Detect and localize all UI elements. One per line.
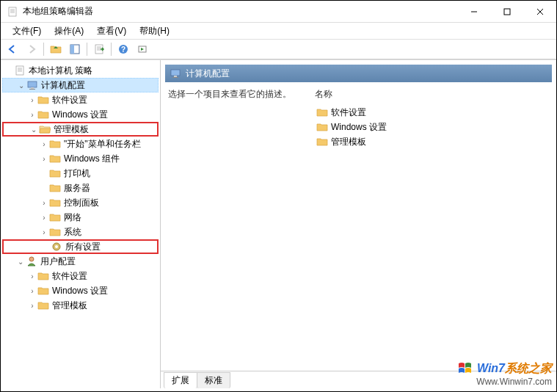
- computer-icon: [170, 68, 181, 79]
- forward-button[interactable]: [23, 41, 40, 57]
- expand-icon[interactable]: ›: [39, 140, 49, 148]
- expand-icon[interactable]: ›: [27, 96, 37, 104]
- tree-label: 管理模板: [54, 123, 89, 136]
- expand-icon[interactable]: ›: [39, 214, 49, 222]
- tree-label: 服务器: [64, 182, 90, 195]
- document-icon: [14, 65, 26, 76]
- folder-icon: [316, 106, 328, 118]
- toolbar-separator: [111, 43, 112, 56]
- help-button[interactable]: ?: [114, 41, 132, 57]
- list-item-software[interactable]: 软件设置: [315, 105, 549, 120]
- minimize-button[interactable]: [457, 1, 490, 22]
- folder-icon: [49, 226, 61, 238]
- tree-user-templates[interactable]: › 管理模板: [2, 298, 159, 313]
- tree-control-panel[interactable]: › 控制面板: [2, 195, 159, 210]
- tree-label: Windows 设置: [52, 285, 108, 297]
- tree-label: 本地计算机 策略: [29, 65, 92, 77]
- tree-pane[interactable]: 本地计算机 策略 ⌄ 计算机配置 › 软件设置 › Windows 设置 ⌄ 管…: [1, 60, 161, 388]
- folder-icon: [37, 285, 49, 297]
- list-item-label: Windows 设置: [331, 121, 387, 134]
- menu-view[interactable]: 查看(V): [91, 23, 132, 39]
- tree-label: 软件设置: [52, 94, 87, 106]
- details-title: 计算机配置: [186, 68, 230, 80]
- tree-user-windows[interactable]: › Windows 设置: [2, 283, 159, 298]
- menu-action[interactable]: 操作(A): [48, 23, 90, 39]
- tree-label: 软件设置: [52, 270, 87, 283]
- expand-icon[interactable]: ›: [27, 272, 37, 280]
- tree-computer-config[interactable]: ⌄ 计算机配置: [2, 78, 159, 92]
- details-body: 选择一个项目来查看它的描述。 名称 软件设置 Windows 设置 管理模板: [161, 84, 556, 371]
- tree-label: 用户配置: [40, 255, 76, 268]
- tree-printers[interactable]: 打印机: [2, 166, 159, 181]
- tab-extended[interactable]: 扩展: [164, 372, 197, 388]
- tree-label: 网络: [64, 211, 81, 224]
- tree-all-settings[interactable]: 所有设置: [2, 239, 159, 254]
- tree-server[interactable]: 服务器: [2, 181, 159, 195]
- list-item-label: 软件设置: [331, 106, 366, 119]
- expand-icon[interactable]: ›: [39, 155, 49, 163]
- folder-icon: [49, 211, 61, 223]
- folder-icon: [49, 197, 61, 208]
- tree-label: 管理模板: [52, 300, 87, 312]
- menu-file[interactable]: 文件(F): [7, 23, 47, 39]
- tree-windows-components[interactable]: › Windows 组件: [2, 151, 159, 166]
- list-item-label: 管理模板: [331, 136, 366, 148]
- expand-icon[interactable]: ›: [27, 111, 37, 119]
- tree-user-software[interactable]: › 软件设置: [2, 269, 159, 283]
- collapse-icon[interactable]: ⌄: [16, 81, 26, 90]
- folder-open-icon: [39, 123, 51, 135]
- collapse-icon[interactable]: ⌄: [15, 258, 26, 266]
- column-header-name[interactable]: 名称: [315, 88, 549, 102]
- folder-icon: [49, 167, 61, 179]
- svg-rect-11: [504, 9, 510, 15]
- app-icon: [7, 6, 18, 18]
- folder-icon: [316, 121, 328, 133]
- expand-icon[interactable]: ›: [39, 199, 49, 207]
- menu-help[interactable]: 帮助(H): [134, 23, 175, 39]
- tree-system[interactable]: › 系统: [2, 225, 159, 239]
- collapse-icon[interactable]: ⌄: [29, 126, 39, 134]
- tree-software-settings[interactable]: › 软件设置: [2, 92, 159, 107]
- list-item-windows[interactable]: Windows 设置: [315, 120, 549, 134]
- expand-icon[interactable]: ›: [27, 287, 37, 295]
- close-button[interactable]: [523, 1, 556, 22]
- window-title: 本地组策略编辑器: [23, 5, 457, 18]
- svg-rect-15: [70, 45, 74, 54]
- back-button[interactable]: [4, 41, 21, 57]
- toolbar: ?: [1, 39, 556, 59]
- export-button[interactable]: [90, 41, 108, 57]
- tree-label: "开始"菜单和任务栏: [64, 138, 141, 150]
- expand-icon[interactable]: ›: [27, 302, 37, 310]
- up-button[interactable]: [47, 41, 65, 57]
- tree-network[interactable]: › 网络: [2, 210, 159, 225]
- svg-text:?: ?: [121, 46, 125, 54]
- gear-icon: [51, 241, 62, 253]
- user-icon: [26, 255, 37, 267]
- folder-icon: [49, 153, 61, 164]
- computer-icon: [26, 79, 38, 91]
- tree-admin-templates[interactable]: ⌄ 管理模板: [2, 122, 159, 137]
- folder-icon: [37, 109, 49, 120]
- show-tree-button[interactable]: [66, 41, 84, 57]
- tree-start-menu-taskbar[interactable]: › "开始"菜单和任务栏: [2, 137, 159, 151]
- toolbar-separator: [43, 43, 44, 56]
- tree-label: 打印机: [64, 167, 90, 180]
- details-pane: 计算机配置 选择一个项目来查看它的描述。 名称 软件设置 Windows 设置 …: [161, 60, 556, 388]
- toolbar-separator: [87, 43, 87, 56]
- tree-user-config[interactable]: ⌄ 用户配置: [2, 254, 159, 269]
- tab-standard[interactable]: 标准: [197, 372, 230, 388]
- maximize-button[interactable]: [490, 1, 523, 22]
- expand-icon[interactable]: ›: [39, 228, 49, 236]
- menubar: 文件(F) 操作(A) 查看(V) 帮助(H): [1, 23, 556, 39]
- list-item-templates[interactable]: 管理模板: [315, 134, 549, 149]
- tree-root[interactable]: 本地计算机 策略: [2, 63, 159, 78]
- folder-icon: [49, 138, 61, 150]
- folder-icon: [37, 270, 49, 282]
- folder-icon: [49, 182, 61, 194]
- tree-label: 系统: [64, 226, 81, 239]
- tree-label: Windows 组件: [64, 153, 120, 165]
- description-prompt: 选择一个项目来查看它的描述。: [168, 88, 315, 366]
- run-button[interactable]: [134, 41, 151, 57]
- tree-windows-settings[interactable]: › Windows 设置: [2, 107, 159, 122]
- titlebar: 本地组策略编辑器: [1, 1, 556, 23]
